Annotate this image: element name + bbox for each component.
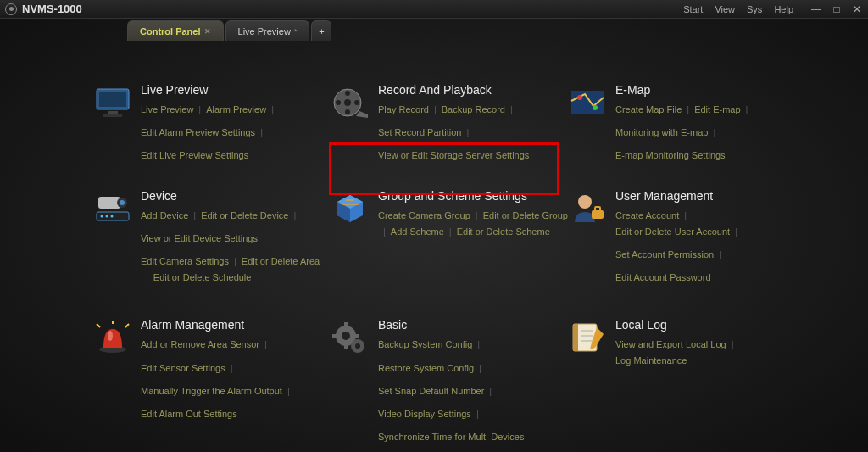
module-basic: Basic Backup System Config| Restore Syst… [331, 318, 568, 444]
link-edit-delete-user-account[interactable]: Edit or Delete User Account [615, 224, 730, 247]
module-links: Create Map File| Edit E-map| Monitoring … [615, 102, 805, 164]
link-monitoring-emap[interactable]: Monitoring with E-map [615, 125, 708, 148]
menu-start[interactable]: Start [683, 4, 703, 14]
link-restore-system-config[interactable]: Restore System Config [378, 360, 474, 383]
app-logo-icon [5, 3, 17, 15]
svg-point-11 [577, 95, 582, 100]
link-video-display-settings[interactable]: Video Display Settings [378, 406, 471, 429]
module-title: Record And Playback [378, 83, 568, 97]
link-log-maintenance[interactable]: Log Maintenance [615, 353, 687, 369]
link-create-camera-group[interactable]: Create Camera Group [378, 208, 470, 224]
app-title: NVMS-1000 [22, 3, 82, 15]
menu-view[interactable]: View [715, 4, 735, 14]
module-title: Basic [378, 318, 568, 332]
link-alarm-preview[interactable]: Alarm Preview [206, 102, 266, 125]
link-edit-account-password[interactable]: Edit Account Password [615, 270, 711, 286]
link-view-export-local-log[interactable]: View and Export Local Log [615, 337, 726, 353]
link-emap-monitoring-settings[interactable]: E-map Monitoring Settings [615, 148, 726, 164]
link-edit-alarm-preview-settings[interactable]: Edit Alarm Preview Settings [141, 125, 255, 148]
link-edit-alarm-out-settings[interactable]: Edit Alarm Out Settings [141, 406, 237, 422]
svg-rect-29 [332, 334, 337, 338]
link-add-scheme[interactable]: Add Scheme [391, 224, 444, 247]
tab-control-panel[interactable]: Control Panel ✕ [127, 20, 224, 41]
link-create-account[interactable]: Create Account [615, 208, 679, 224]
svg-point-5 [344, 99, 351, 106]
svg-rect-3 [103, 114, 122, 117]
menu-help[interactable]: Help [774, 4, 793, 14]
notepad-icon [568, 318, 607, 357]
close-icon[interactable]: ✕ [851, 3, 863, 15]
tab-close-icon[interactable]: ✕ [204, 27, 211, 36]
module-title: User Management [615, 189, 805, 203]
svg-point-18 [106, 215, 108, 218]
link-view-storage-settings[interactable]: View or Edit Storage Server Settings [378, 148, 529, 164]
link-backup-record[interactable]: Backup Record [442, 102, 505, 125]
map-icon [568, 83, 607, 122]
link-set-record-partition[interactable]: Set Record Partition [378, 125, 461, 148]
svg-rect-22 [595, 207, 600, 212]
link-create-map-file[interactable]: Create Map File [615, 102, 682, 125]
svg-rect-30 [354, 334, 359, 338]
module-links: Create Camera Group| Edit or Delete Grou… [378, 208, 568, 247]
alarm-siren-icon [93, 318, 132, 357]
tab-label: Live Preview [238, 26, 291, 36]
titlebar: NVMS-1000 Start View Sys Help — □ ✕ [0, 0, 868, 19]
module-emap: E-Map Create Map File| Edit E-map| Monit… [568, 83, 805, 164]
camera-device-icon [93, 189, 132, 228]
module-links: View and Export Local Log| Log Maintenan… [615, 337, 805, 368]
minimize-icon[interactable]: — [810, 3, 822, 15]
system-menu: Start View Sys Help [683, 4, 793, 14]
link-set-snap-default-number[interactable]: Set Snap Default Number [378, 383, 484, 406]
module-links: Create Account| Edit or Delete User Acco… [615, 208, 805, 286]
link-edit-emap[interactable]: Edit E-map [694, 102, 740, 125]
tab-add[interactable]: + [311, 20, 331, 41]
monitor-icon [93, 83, 132, 122]
tab-live-preview[interactable]: Live Preview * [225, 20, 310, 41]
module-title: Live Preview [141, 83, 331, 97]
tab-close-icon[interactable]: * [294, 27, 298, 36]
link-edit-delete-schedule[interactable]: Edit or Delete Schedule [153, 270, 252, 293]
module-title: E-Map [615, 83, 805, 97]
link-edit-delete-area[interactable]: Edit or Delete Area [242, 254, 320, 270]
module-live-preview: Live Preview Live Preview| Alarm Preview… [93, 83, 331, 164]
svg-rect-2 [108, 111, 118, 114]
svg-point-24 [108, 331, 113, 341]
module-links: Play Record| Backup Record| Set Record P… [378, 102, 568, 164]
svg-point-7 [345, 109, 350, 114]
module-title: Alarm Management [141, 318, 331, 332]
svg-point-9 [354, 100, 359, 105]
module-links: Live Preview| Alarm Preview| Edit Alarm … [141, 102, 331, 164]
link-edit-sensor-settings[interactable]: Edit Sensor Settings [141, 360, 225, 383]
link-manually-trigger-alarm[interactable]: Manually Trigger the Alarm Output [141, 383, 282, 406]
module-title: Device [141, 189, 331, 203]
maximize-icon[interactable]: □ [831, 3, 843, 15]
link-live-preview[interactable]: Live Preview [141, 102, 193, 125]
module-links: Add Device| Edit or Delete Device| View … [141, 208, 331, 293]
svg-point-26 [342, 332, 350, 340]
link-edit-live-preview-settings[interactable]: Edit Live Preview Settings [141, 148, 248, 164]
svg-point-32 [355, 343, 360, 349]
svg-rect-1 [99, 92, 126, 107]
module-group-scheme: Group and Scheme Settings Create Camera … [331, 189, 568, 293]
link-edit-delete-scheme[interactable]: Edit or Delete Scheme [457, 224, 550, 247]
link-add-device[interactable]: Add Device [141, 208, 188, 231]
link-backup-system-config[interactable]: Backup System Config [378, 337, 472, 360]
plus-icon: + [319, 26, 324, 36]
control-panel-content: Live Preview Live Preview| Alarm Preview… [0, 41, 868, 445]
link-edit-delete-device[interactable]: Edit or Delete Device [201, 208, 288, 231]
menu-sys[interactable]: Sys [747, 4, 762, 14]
link-add-remove-area-sensor[interactable]: Add or Remove Area Sensor [141, 337, 259, 360]
svg-point-6 [345, 91, 350, 96]
module-title: Local Log [615, 318, 805, 332]
link-play-record[interactable]: Play Record [378, 102, 429, 125]
link-sync-time-multi-devices[interactable]: Synchronize Time for Multi-Devices [378, 429, 524, 445]
svg-point-12 [593, 105, 598, 110]
module-device: Device Add Device| Edit or Delete Device… [93, 189, 331, 293]
module-links: Add or Remove Area Sensor| Edit Sensor S… [141, 337, 331, 421]
link-view-edit-device-settings[interactable]: View or Edit Device Settings [141, 231, 258, 254]
link-set-account-permission[interactable]: Set Account Permission [615, 247, 714, 270]
link-edit-delete-group[interactable]: Edit or Delete Group [483, 208, 568, 224]
window-controls: — □ ✕ [810, 3, 863, 15]
link-edit-camera-settings[interactable]: Edit Camera Settings [141, 254, 229, 270]
tab-label: Control Panel [140, 26, 201, 36]
